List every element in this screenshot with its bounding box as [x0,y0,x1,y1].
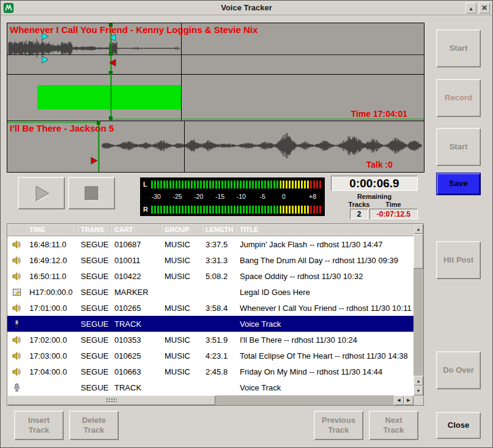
cell-cart: 010422 [111,272,161,281]
speaker-icon [7,300,26,316]
marker-icon [7,284,26,300]
cell-title: Legal ID Goes Here [236,288,413,297]
remaining-time-label: Time [375,201,412,208]
horizontal-scrollbar[interactable]: ◀ ▶ [7,395,413,405]
horizontal-scroll-thumb[interactable] [7,395,215,405]
save-button[interactable]: Save [436,173,481,195]
vu-scale-tick: -10 [237,193,246,200]
cell-length: 3:58.4 [202,304,236,313]
cell-group: MUSIC [161,367,202,376]
vu-scale-tick: -25 [172,193,182,200]
cell-cart: 010687 [111,240,161,249]
start-1-button[interactable]: Start [436,29,481,67]
cell-group: MUSIC [161,240,202,249]
vu-right-row: R [143,205,321,214]
waveform-canvas[interactable] [7,23,424,173]
maximize-icon[interactable]: ▴ [465,2,476,13]
elapsed-time-display: 0:00:06.9 [331,176,418,191]
vu-left-label: L [143,181,151,188]
do-over-button[interactable]: Do Over [436,351,481,389]
vu-scale-tick: 0 [282,193,286,200]
cell-trans: SEGUE [77,319,111,329]
cell-time: 17:04:00.0 [26,367,77,376]
vu-scale-tick: +8 [309,193,316,200]
cell-time: 16:50:11.0 [26,272,77,281]
previous-track-button[interactable]: Previous Track [314,411,363,440]
cell-trans: SEGUE [77,351,111,360]
record-button[interactable]: Record [436,79,481,117]
hit-post-button[interactable]: Hit Post [436,241,481,279]
scroll-up-icon[interactable]: ▲ [413,224,423,234]
vu-right-label: R [143,206,151,213]
cell-title: I'll Be There -- rdhost 11/30 10:24 [236,335,413,345]
talk-counter-label: Talk :0 [366,160,393,170]
close-icon[interactable]: ✕ [479,2,490,13]
titlebar[interactable]: Voice Tracker ▴ ✕ [1,1,492,15]
remaining-tracks-value: 2 [350,209,368,219]
col-group: GROUP [161,224,202,236]
col-time: TIME [26,224,77,236]
cell-group: MUSIC [161,351,202,360]
col-length: LENGTH [202,224,236,236]
log-row[interactable]: SEGUE TRACK Voice Track [7,316,413,332]
mic-icon [7,316,26,332]
scroll-up-icon-2[interactable]: ▲ [413,376,423,386]
log-row[interactable]: 16:48:11.0 SEGUE 010687 MUSIC 3:37.5 Jum… [7,236,413,252]
log-row[interactable]: H17:00:00.0 SEGUE MARKER Legal ID Goes H… [7,284,413,300]
play-icon [32,184,51,203]
scroll-right-icon[interactable]: ▶ [404,395,413,405]
scroll-left-icon[interactable]: ◀ [394,395,404,405]
vu-left-row: L [143,180,321,189]
stop-icon [83,185,100,202]
cell-length: 4:23.1 [202,351,236,360]
insert-track-button[interactable]: Insert Track [14,411,64,440]
cell-title: Voice Track [236,383,413,392]
cell-trans: SEGUE [77,335,111,345]
scroll-down-icon[interactable]: ▼ [413,386,423,395]
track2-title: I'll Be There - Jackson 5 [10,123,114,133]
col-trans: TRANS [77,224,111,236]
cell-cart: 010663 [111,367,161,376]
cell-title: Space Oddity -- rdhost 11/30 10:32 [236,272,413,281]
next-track-button[interactable]: Next Track [369,411,418,440]
cell-title: Whenever I Call You Friend -- rdhost 11/… [236,304,413,313]
stop-button[interactable] [68,177,115,209]
cell-title: Total Eclipse Of The Heart -- rdhost 11/… [236,351,413,360]
speaker-icon [7,348,26,364]
log-row[interactable]: 17:02:00.0 SEGUE 010353 MUSIC 3:51.9 I'l… [7,332,413,348]
vu-meter: L -30-25-20-15-10-50+8 R [140,177,325,216]
cell-length: 5:08.2 [202,272,236,281]
cell-group: MUSIC [161,304,202,313]
cell-group: MUSIC [161,272,202,281]
scroll-grip-icon [106,398,117,403]
play-button[interactable] [18,177,65,209]
vu-right-bar [151,206,321,214]
log-row[interactable]: 16:49:12.0 SEGUE 010011 MUSIC 3:31.3 Ban… [7,252,413,268]
cell-cart: MARKER [111,288,161,297]
waveform-region[interactable]: Whenever I Call You Friend - Kenny Loggi… [7,23,424,173]
remaining-tracks-label: Tracks [341,201,377,208]
close-button[interactable]: Close [436,412,481,439]
col-title: TITLE [236,224,413,236]
log-row[interactable]: 16:50:11.0 SEGUE 010422 MUSIC 5:08.2 Spa… [7,268,413,284]
start-2-button[interactable]: Start [436,128,481,166]
col-cart: CART [111,224,161,236]
vu-scale: -30-25-20-15-10-50+8 [151,193,321,201]
delete-track-button[interactable]: Delete Track [69,411,119,440]
cell-cart: TRACK [111,383,161,392]
log-row[interactable]: 17:04:00.0 SEGUE 010663 MUSIC 2:45.8 Fri… [7,364,413,379]
vertical-scroll-thumb[interactable] [413,234,423,269]
vu-left-bar [151,181,321,189]
window-title: Voice Tracker [1,1,492,15]
log-row[interactable]: 17:01:00.0 SEGUE 010265 MUSIC 3:58.4 Whe… [7,300,413,316]
vu-scale-tick: -20 [194,193,203,200]
cell-length: 3:31.3 [202,256,236,265]
cell-title: Voice Track [236,319,413,329]
cell-title: Jumpin' Jack Flash -- rdhost 11/30 14:47 [236,240,413,249]
log-row[interactable]: 17:03:00.0 SEGUE 010625 MUSIC 4:23.1 Tot… [7,348,413,364]
log-row[interactable]: SEGUE TRACK Voice Track [7,379,413,395]
cell-trans: SEGUE [77,288,111,297]
vertical-scrollbar[interactable]: ▲ ▲ ▼ [413,224,423,395]
cell-group: MUSIC [161,335,202,345]
track1-title: Whenever I Call You Friend - Kenny Loggi… [10,24,258,35]
